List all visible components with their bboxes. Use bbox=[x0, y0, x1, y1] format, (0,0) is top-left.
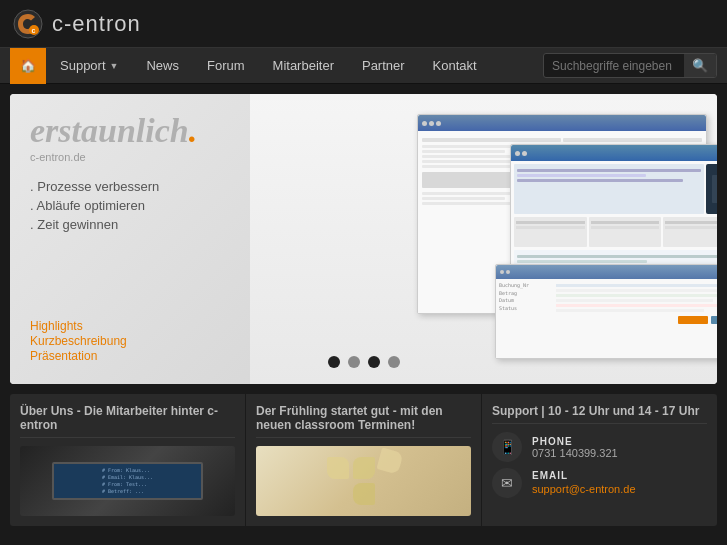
nav-partner-label: Partner bbox=[362, 58, 405, 73]
banner-dots bbox=[10, 348, 717, 376]
logo-icon: c bbox=[12, 8, 44, 40]
nav-item-kontakt[interactable]: Kontakt bbox=[419, 48, 491, 84]
nav-kontakt-label: Kontakt bbox=[433, 58, 477, 73]
card2-title: Der Frühling startet gut - mit den neuen… bbox=[256, 404, 471, 438]
erstaunlich-dot: . bbox=[189, 112, 198, 149]
bullet-1: . Prozesse verbessern bbox=[30, 179, 250, 194]
chevron-down-icon: ▼ bbox=[110, 61, 119, 71]
nav-forum-label: Forum bbox=[207, 58, 245, 73]
laptop-image: # From: Klaus... # Email: Klaus... # Fro… bbox=[20, 446, 235, 516]
support-email-info: EMAIL support@c-entron.de bbox=[532, 470, 636, 496]
header: c c-entron bbox=[0, 0, 727, 48]
phone-label: PHONE bbox=[532, 436, 618, 447]
logo-text: c-entron bbox=[52, 11, 141, 37]
screenshot-front: Buchung_NrBetragDatumStatus bbox=[495, 264, 717, 359]
nav-home-button[interactable]: 🏠 bbox=[10, 48, 46, 84]
search-area: 🔍 bbox=[543, 53, 717, 78]
home-icon: 🏠 bbox=[20, 58, 36, 73]
puzzle-image bbox=[256, 446, 471, 516]
bullet-3: . Zeit gewinnen bbox=[30, 217, 250, 232]
main-banner: erstaunlich. c-entron.de . Prozesse verb… bbox=[10, 94, 717, 384]
search-icon: 🔍 bbox=[692, 58, 708, 73]
nav-support-label: Support bbox=[60, 58, 106, 73]
bottom-card-fruehling: Der Frühling startet gut - mit den neuen… bbox=[246, 394, 482, 526]
nav-item-mitarbeiter[interactable]: Mitarbeiter bbox=[259, 48, 348, 84]
highlights-link[interactable]: Highlights bbox=[30, 319, 127, 333]
bullet-2: . Abläufe optimieren bbox=[30, 198, 250, 213]
bottom-card-support: Support | 10 - 12 Uhr und 14 - 17 Uhr 📱 … bbox=[482, 394, 717, 526]
email-icon: ✉ bbox=[492, 468, 522, 498]
search-input[interactable] bbox=[544, 55, 684, 77]
support-phone-info: PHONE 0731 140399.321 bbox=[532, 436, 618, 459]
bottom-section: Über Uns - Die Mitarbeiter hinter c-entr… bbox=[10, 394, 717, 526]
banner-screenshots: Buchung_NrBetragDatumStatus bbox=[250, 94, 717, 384]
banner-dot-2[interactable] bbox=[348, 356, 360, 368]
phone-value: 0731 140399.321 bbox=[532, 447, 618, 459]
laptop-code: # From: Klaus... # Email: Klaus... # Fro… bbox=[100, 465, 155, 497]
svg-text:c: c bbox=[32, 27, 36, 34]
card3-title: Support | 10 - 12 Uhr und 14 - 17 Uhr bbox=[492, 404, 707, 424]
nav-item-forum[interactable]: Forum bbox=[193, 48, 259, 84]
card1-title: Über Uns - Die Mitarbeiter hinter c-entr… bbox=[20, 404, 235, 438]
banner-left: erstaunlich. c-entron.de . Prozesse verb… bbox=[10, 94, 270, 384]
subdomain-text: c-entron.de bbox=[30, 151, 250, 163]
nav-item-news[interactable]: News bbox=[132, 48, 193, 84]
nav-item-partner[interactable]: Partner bbox=[348, 48, 419, 84]
banner-dot-4[interactable] bbox=[388, 356, 400, 368]
phone-icon: 📱 bbox=[492, 432, 522, 462]
support-phone-row: 📱 PHONE 0731 140399.321 bbox=[492, 432, 707, 462]
email-label: EMAIL bbox=[532, 470, 636, 481]
nav-item-support[interactable]: Support ▼ bbox=[46, 48, 132, 84]
nav-mitarbeiter-label: Mitarbeiter bbox=[273, 58, 334, 73]
laptop-screen: # From: Klaus... # Email: Klaus... # Fro… bbox=[52, 462, 203, 501]
support-email-row: ✉ EMAIL support@c-entron.de bbox=[492, 468, 707, 498]
bottom-card-ueber-uns: Über Uns - Die Mitarbeiter hinter c-entr… bbox=[10, 394, 246, 526]
logo-area: c c-entron bbox=[12, 8, 141, 40]
banner-dot-1[interactable] bbox=[328, 356, 340, 368]
email-link[interactable]: support@c-entron.de bbox=[532, 483, 636, 495]
navbar: 🏠 Support ▼ News Forum Mitarbeiter Partn… bbox=[0, 48, 727, 84]
search-button[interactable]: 🔍 bbox=[684, 54, 716, 77]
nav-news-label: News bbox=[146, 58, 179, 73]
erstaunlich-heading: erstaunlich. bbox=[30, 114, 250, 148]
banner-dot-3[interactable] bbox=[368, 356, 380, 368]
kurzbeschreibung-link[interactable]: Kurzbeschreibung bbox=[30, 334, 127, 348]
